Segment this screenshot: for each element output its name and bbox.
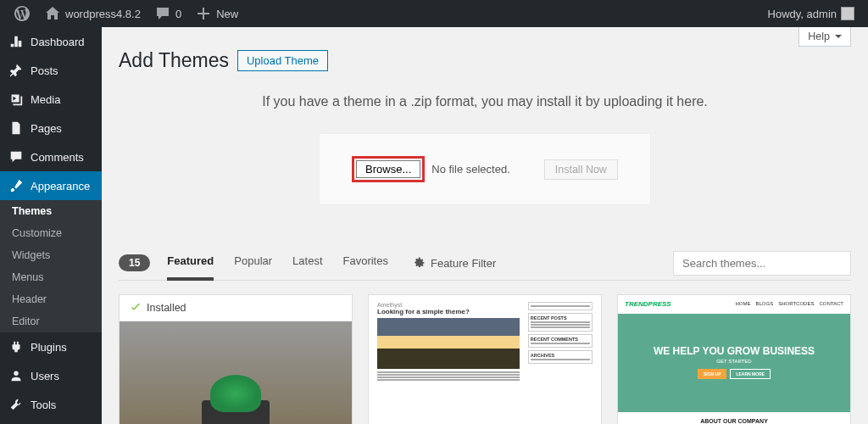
sidebar-label: Posts [31, 64, 58, 77]
theme-brand: Amethyst [377, 302, 520, 308]
theme-preview: TRENDPRESS HOME BLOGS SHORTCODES CONTACT… [618, 295, 850, 424]
upload-box: Browse... No file selected. Install Now [319, 133, 651, 205]
wp-logo[interactable] [7, 0, 37, 27]
installed-strip: Installed [120, 295, 352, 321]
avatar-icon [841, 7, 854, 20]
upload-panel: If you have a theme in a .zip format, yo… [119, 94, 851, 246]
feature-filter-button[interactable]: Feature Filter [412, 256, 496, 270]
check-icon [130, 302, 142, 314]
submenu-widgets[interactable]: Widgets [0, 244, 102, 266]
sidebar-label: Plugins [31, 341, 67, 354]
upload-theme-toggle[interactable]: Upload Theme [237, 50, 328, 71]
help-tab[interactable]: Help [798, 27, 851, 47]
plugin-icon [8, 339, 24, 354]
theme-hero-text: WE HELP YOU GROW BUSINESS [654, 345, 815, 357]
media-icon [8, 92, 24, 107]
theme-filter-bar: 15 Featured Popular Latest Favorites Fea… [119, 246, 851, 281]
plus-icon [195, 5, 212, 22]
comment-icon [154, 5, 171, 22]
upload-message: If you have a theme in a .zip format, yo… [119, 94, 851, 109]
site-home-link[interactable]: wordpress4.8.2 [37, 0, 147, 27]
tab-popular[interactable]: Popular [234, 246, 272, 281]
admin-bar: wordpress4.8.2 0 New Howdy, admin [0, 0, 868, 27]
sidebar-item-media[interactable]: Media [0, 85, 102, 114]
page-icon [8, 120, 24, 136]
new-link[interactable]: New [188, 0, 245, 27]
search-themes-input[interactable] [673, 251, 851, 276]
comments-count: 0 [175, 8, 181, 20]
submenu-menus[interactable]: Menus [0, 266, 102, 288]
wordpress-icon [14, 5, 31, 22]
sidebar-label: Comments [31, 151, 84, 164]
new-label: New [216, 8, 238, 20]
sidebar-item-tools[interactable]: Tools [0, 390, 102, 419]
submenu-customize[interactable]: Customize [0, 222, 102, 244]
page-title: Add Themes [119, 49, 229, 72]
gear-icon [412, 256, 426, 270]
main-content: Help Add Themes Upload Theme If you have… [102, 27, 868, 424]
sidebar-label: Users [31, 370, 59, 382]
user-icon [8, 368, 24, 383]
submenu-header[interactable]: Header [0, 288, 102, 310]
installed-label: Installed [147, 302, 186, 314]
appearance-submenu: Themes Customize Widgets Menus Header Ed… [0, 200, 102, 332]
wrench-icon [8, 397, 24, 412]
sidebar-item-plugins[interactable]: Plugins [0, 332, 102, 361]
sidebar-item-pages[interactable]: Pages [0, 114, 102, 142]
comment-icon [8, 149, 24, 165]
no-file-text: No file selected. [431, 163, 510, 176]
sidebar-item-users[interactable]: Users [0, 361, 102, 390]
howdy-text: Howdy, admin [768, 8, 837, 20]
theme-grid: Installed Amethyst Looking for a simple … [119, 294, 851, 424]
pin-icon [8, 63, 24, 78]
tab-favorites[interactable]: Favorites [343, 246, 388, 281]
sidebar-label: Media [31, 93, 60, 106]
theme-footer-text: ABOUT OUR COMPANY [618, 412, 850, 424]
theme-count-badge: 15 [119, 254, 150, 271]
sidebar-label: Tools [31, 399, 56, 411]
browse-button[interactable]: Browse... [356, 160, 420, 178]
theme-headline: Looking for a simple theme? [377, 308, 520, 315]
theme-card-trendpress[interactable]: TRENDPRESS HOME BLOGS SHORTCODES CONTACT… [617, 294, 851, 424]
theme-brand: TRENDPRESS [625, 300, 671, 308]
sidebar-item-appearance[interactable]: Appearance [0, 171, 102, 200]
sidebar-item-dashboard[interactable]: Dashboard [0, 27, 102, 56]
dashboard-icon [8, 34, 24, 49]
feature-filter-label: Feature Filter [431, 257, 496, 270]
admin-sidebar: Dashboard Posts Media Pages Comments App… [0, 27, 102, 424]
account-link[interactable]: Howdy, admin [761, 0, 861, 27]
sidebar-item-posts[interactable]: Posts [0, 56, 102, 85]
tab-latest[interactable]: Latest [292, 246, 322, 281]
install-now-button[interactable]: Install Now [544, 159, 618, 180]
browse-highlight: Browse... [352, 156, 425, 182]
sidebar-item-comments[interactable]: Comments [0, 142, 102, 171]
sidebar-label: Dashboard [31, 36, 85, 48]
theme-card-amethyst[interactable]: Amethyst Looking for a simple theme? REC… [368, 294, 602, 424]
sidebar-label: Pages [31, 122, 62, 135]
site-name: wordpress4.8.2 [65, 8, 141, 20]
comments-link[interactable]: 0 [147, 0, 188, 27]
submenu-themes[interactable]: Themes [0, 200, 102, 222]
sidebar-label: Appearance [31, 180, 90, 192]
submenu-editor[interactable]: Editor [0, 310, 102, 332]
theme-preview: Amethyst Looking for a simple theme? REC… [369, 295, 601, 424]
sidebar-item-settings[interactable]: Settings [0, 419, 102, 424]
tab-featured[interactable]: Featured [167, 246, 214, 281]
home-icon [44, 5, 61, 22]
brush-icon [8, 178, 24, 193]
theme-card-installed[interactable]: Installed [119, 294, 353, 424]
theme-preview [120, 321, 352, 424]
